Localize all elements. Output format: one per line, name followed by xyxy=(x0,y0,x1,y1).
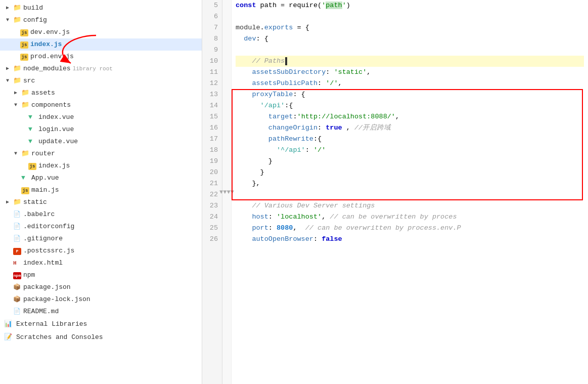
code-prop-7: exports xyxy=(264,22,293,33)
line-num-5: 5 xyxy=(206,0,218,11)
tree-item-src[interactable]: ▼ 📁 src xyxy=(0,75,202,87)
code-line-19: } xyxy=(236,156,584,167)
line-num-22: 22 xyxy=(206,189,218,200)
tree-item-package-json[interactable]: 📦 package.json xyxy=(0,281,202,293)
code-text-16b: , xyxy=(342,122,354,134)
code-line-21: }, xyxy=(236,178,584,189)
tree-arrow-components: ▼ xyxy=(14,100,21,110)
code-comment-25: // can be overwritten by process.env.P xyxy=(305,223,461,234)
external-libraries-item[interactable]: 📊 External Libraries xyxy=(0,318,202,331)
code-punc-21: }, xyxy=(252,178,260,189)
file-icon-gitignore: 📄 xyxy=(13,234,22,244)
tree-item-index-js[interactable]: js index.js xyxy=(0,38,202,51)
tree-label-gitignore: .gitignore xyxy=(23,234,63,244)
line-num-11: 11 xyxy=(206,67,218,78)
code-text-10a xyxy=(236,56,252,67)
js-icon-index: js xyxy=(20,39,29,50)
code-text-7: module xyxy=(236,22,260,33)
library-root-label: library root xyxy=(73,64,113,74)
tree-label-src: src xyxy=(23,76,35,86)
code-text-5b: require( xyxy=(289,0,322,11)
tree-label-build: build xyxy=(23,3,43,13)
tree-label-router-index-js: index.js xyxy=(38,161,70,171)
code-line-5: const path = require('path') xyxy=(236,0,584,11)
code-punc-16: : xyxy=(318,122,326,134)
code-prop-16: changeOrigin xyxy=(268,122,318,134)
tree-arrow-assets: ▶ xyxy=(14,88,21,98)
code-key-14: '/api' xyxy=(260,100,285,111)
tree-item-babelrc[interactable]: 📄 .babelrc xyxy=(0,208,202,221)
code-text-15a xyxy=(236,111,268,122)
tree-arrow-node-modules: ▶ xyxy=(6,64,13,74)
code-punc-12: : xyxy=(318,78,326,89)
code-str-12: '/' xyxy=(326,78,338,89)
code-comma-15: , xyxy=(395,111,399,122)
file-icon-babelrc: 📄 xyxy=(13,209,22,220)
line-num-13: 13 xyxy=(206,89,218,100)
scratches-consoles-item[interactable]: 📝 Scratches and Consoles xyxy=(0,331,202,344)
tree-item-app-vue[interactable]: ▼ App.vue xyxy=(0,172,202,184)
cursor xyxy=(285,57,287,65)
fold-14[interactable]: ▼ xyxy=(227,187,231,198)
code-text-12a xyxy=(236,78,252,89)
code-line-17: pathRewrite:{ xyxy=(236,134,584,145)
tree-item-config[interactable]: ▼ 📁 config xyxy=(0,14,202,26)
scratches-icon: 📝 xyxy=(4,332,13,343)
code-line-8: dev: { xyxy=(236,33,584,45)
code-prop-8: dev xyxy=(244,33,256,45)
line-num-23: 23 xyxy=(206,200,218,211)
tree-item-components[interactable]: ▼ 📁 components xyxy=(0,99,202,111)
tree-label-update-vue: update.vue xyxy=(38,137,78,147)
tree-item-login-vue[interactable]: ▼ login.vue xyxy=(0,123,202,136)
code-str-18: '/' xyxy=(313,145,326,156)
code-lines: const path = require('path') module.expo… xyxy=(232,0,588,384)
code-text-25a xyxy=(236,223,252,234)
tree-item-dev-env-js[interactable]: js dev.env.js xyxy=(0,26,202,38)
code-text-19a xyxy=(236,156,268,167)
code-comment-23: // Various Dev Server settings xyxy=(252,200,375,211)
code-punc-20: } xyxy=(260,167,264,178)
tree-item-assets[interactable]: ▶ 📁 assets xyxy=(0,87,202,99)
tree-arrow-router: ▼ xyxy=(14,149,21,159)
code-prop-26: autoOpenBrowser xyxy=(252,234,313,245)
line-num-12: 12 xyxy=(206,78,218,89)
tree-label-index-html: index.html xyxy=(23,258,63,268)
tree-item-router[interactable]: ▼ 📁 router xyxy=(0,148,202,160)
code-str-11: 'static' xyxy=(334,67,367,78)
fold-13[interactable]: ▼ xyxy=(223,187,227,198)
code-text-26a xyxy=(236,234,252,245)
code-comment-24: // can be overwritten by proces xyxy=(330,211,457,223)
line-num-14: 14 xyxy=(206,100,218,111)
tree-item-editorconfig[interactable]: 📄 .editorconfig xyxy=(0,221,202,233)
code-prop-13: proxyTable xyxy=(252,89,293,100)
code-bool-16: true xyxy=(326,122,342,134)
tree-item-main-js[interactable]: js main.js xyxy=(0,184,202,196)
tree-arrow-static: ▶ xyxy=(6,197,13,207)
tree-item-update-vue[interactable]: ▼ update.vue xyxy=(0,136,202,148)
fold-7[interactable]: ▼ xyxy=(219,187,223,198)
tree-item-package-lock-json[interactable]: 📦 package-lock.json xyxy=(0,293,202,306)
npm-icon: npm xyxy=(13,270,22,280)
tree-item-router-index-js[interactable]: js index.js xyxy=(0,160,202,172)
tree-item-postcssrc[interactable]: P .postcssrc.js xyxy=(0,245,202,257)
tree-item-node-modules[interactable]: ▶ 📁 node_modules library root xyxy=(0,63,202,75)
js-icon-main: js xyxy=(21,185,30,195)
tree-item-static[interactable]: ▶ 📁 static xyxy=(0,196,202,208)
js-icon-router-index: js xyxy=(28,161,37,171)
code-punc-7: . xyxy=(260,22,264,33)
line-num-18: 18 xyxy=(206,145,218,156)
folder-icon-assets: 📁 xyxy=(21,88,30,98)
tree-item-prod-env-js[interactable]: js prod.env.js xyxy=(0,51,202,63)
tree-item-index-vue[interactable]: ▼ index.vue xyxy=(0,111,202,123)
tree-item-index-html[interactable]: H index.html xyxy=(0,257,202,269)
code-text-5a: path = xyxy=(256,0,289,11)
code-text-7b: = { xyxy=(293,22,309,33)
tree-item-gitignore[interactable]: 📄 .gitignore xyxy=(0,233,202,245)
tree-item-npm[interactable]: npm npm xyxy=(0,269,202,281)
code-line-26: autoOpenBrowser: false xyxy=(236,234,584,245)
tree-item-readme[interactable]: 📄 README.md xyxy=(0,306,202,318)
code-line-10: // Paths xyxy=(236,56,584,67)
line-num-9: 9 xyxy=(206,45,218,56)
tree-item-build[interactable]: ▶ 📁 build xyxy=(0,2,202,14)
external-libraries-label: External Libraries xyxy=(16,319,87,329)
